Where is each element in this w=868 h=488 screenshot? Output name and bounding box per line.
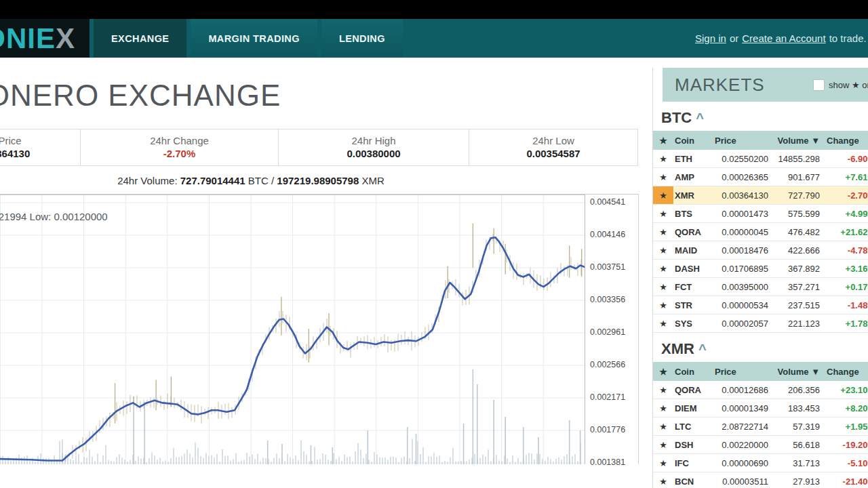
favorite-star-icon[interactable]: ★ xyxy=(653,296,673,314)
market-row-bts[interactable]: ★BTS0.00001473575.599+4.99% xyxy=(653,205,868,223)
market-row-eth[interactable]: ★ETH0.0255020014855.298-6.90% xyxy=(653,150,868,168)
column-header-star[interactable]: ★ xyxy=(653,362,673,381)
favorite-star-icon[interactable]: ★ xyxy=(653,314,673,333)
coin-price: 0.00000690 xyxy=(714,454,770,472)
coin-change: +1.78% xyxy=(821,314,868,333)
market-row-qora[interactable]: ★QORA0.00012686206.356+23.10% xyxy=(653,381,868,399)
coin-change: -6.90% xyxy=(821,150,868,168)
favorite-star-icon[interactable]: ★ xyxy=(653,241,673,260)
create-account-link[interactable]: Create an Account xyxy=(742,33,825,44)
favorite-star-icon[interactable]: ★ xyxy=(653,168,673,186)
favorite-star-icon[interactable]: ★ xyxy=(653,260,673,278)
coin-change: +21.62% xyxy=(821,223,868,241)
star-filter-checkbox[interactable] xyxy=(813,79,825,91)
coin-volume: 14855.298 xyxy=(770,150,821,168)
column-header-change[interactable]: Change xyxy=(821,131,868,150)
market-row-dash[interactable]: ★DASH0.01706895367.892+3.16% xyxy=(653,260,868,278)
y-axis-label: 0.003356 xyxy=(590,295,625,304)
stats-bar: Last Price 0.00364130 24hr Change -2.70%… xyxy=(0,129,638,166)
column-header-star[interactable]: ★ xyxy=(653,131,673,150)
top-black-bar xyxy=(0,0,868,19)
page: POLONIEX EXCHANGE MARGIN TRADING LENDING… xyxy=(0,0,868,464)
market-section-header-xmr[interactable]: XMR^ xyxy=(653,333,868,362)
favorite-star-icon[interactable]: ★ xyxy=(653,381,673,399)
stat-label: 24hr Low xyxy=(532,135,574,146)
coin-volume: 221.123 xyxy=(770,314,821,333)
stat-value: -2.70% xyxy=(163,148,196,159)
coin-symbol: STR xyxy=(673,296,714,314)
column-header-volume[interactable]: Volume ▼ xyxy=(770,362,821,381)
market-row-maid[interactable]: ★MAID0.00018476422.666-4.78% xyxy=(653,241,868,260)
favorite-star-icon[interactable]: ★ xyxy=(653,223,673,241)
favorite-star-icon[interactable]: ★ xyxy=(653,205,673,223)
coin-change: +0.17% xyxy=(821,278,868,296)
stat-24hr-change: 24hr Change -2.70% xyxy=(80,129,278,165)
stat-label: 24hr Change xyxy=(150,135,209,146)
volume-xmr-value: 197219.98905798 xyxy=(277,175,359,186)
column-header-price[interactable]: Price xyxy=(714,362,770,381)
coin-price: 0.00012686 xyxy=(714,381,770,399)
stat-value: 0.00354587 xyxy=(526,148,580,159)
coin-price: 0.00002057 xyxy=(714,314,770,333)
tab-margin-trading[interactable]: MARGIN TRADING xyxy=(191,19,317,58)
coin-symbol: MAID xyxy=(673,241,714,260)
favorite-star-icon[interactable]: ★ xyxy=(653,418,673,436)
coin-volume: 367.892 xyxy=(770,260,821,278)
tab-exchange[interactable]: EXCHANGE xyxy=(94,19,186,58)
coin-symbol: SYS xyxy=(673,314,714,333)
column-header-volume[interactable]: Volume ▼ xyxy=(770,131,821,150)
section-name: XMR xyxy=(661,340,694,357)
price-chart[interactable] xyxy=(0,195,585,464)
market-sections: BTC^★CoinPriceVolume ▼Change★ETH0.025502… xyxy=(653,102,868,488)
favorite-star-icon[interactable]: ★ xyxy=(653,436,673,454)
collapse-caret-icon: ^ xyxy=(696,110,704,125)
coin-volume: 476.482 xyxy=(770,223,821,241)
tab-lending[interactable]: LENDING xyxy=(321,19,403,58)
market-row-ltc[interactable]: ★LTC2.0872271457.319+1.95% xyxy=(653,418,868,436)
poloniex-logo[interactable]: POLONIEX xyxy=(0,22,75,55)
market-row-diem[interactable]: ★DIEM0.00001349183.453+8.20% xyxy=(653,399,868,418)
favorite-star-icon[interactable]: ★ xyxy=(653,399,673,418)
volume-btc-unit: BTC / xyxy=(248,175,274,186)
market-row-sys[interactable]: ★SYS0.00002057221.123+1.78% xyxy=(653,314,868,333)
auth-or-text: or xyxy=(730,33,738,44)
stat-24hr-high: 24hr High 0.00380000 xyxy=(278,129,469,165)
auth-links: Sign in or Create an Account to trade. xyxy=(695,19,868,58)
market-row-ifc[interactable]: ★IFC0.0000069031.713-5.10% xyxy=(653,454,868,472)
stat-last-price: Last Price 0.00364130 xyxy=(0,129,80,165)
market-row-fct[interactable]: ★FCT0.00395000357.271+0.17% xyxy=(653,278,868,296)
favorite-star-icon[interactable]: ★ xyxy=(653,186,673,205)
column-header-price[interactable]: Price xyxy=(714,131,770,150)
favorite-star-icon[interactable]: ★ xyxy=(653,278,673,296)
market-row-xmr[interactable]: ★XMR0.00364130727.790-2.70% xyxy=(653,186,868,205)
main-navbar: POLONIEX EXCHANGE MARGIN TRADING LENDING… xyxy=(0,19,868,58)
market-row-str[interactable]: ★STR0.00000534237.515-1.48% xyxy=(653,296,868,314)
coin-volume: 357.271 xyxy=(770,278,821,296)
favorite-star-icon[interactable]: ★ xyxy=(653,150,673,168)
market-row-amp[interactable]: ★AMP0.00026365901.677+7.61% xyxy=(653,168,868,186)
coin-symbol: XMR xyxy=(673,186,714,205)
column-header-coin[interactable]: Coin xyxy=(673,362,714,381)
market-row-qora[interactable]: ★QORA0.00000045476.482+21.62% xyxy=(653,223,868,241)
market-row-dsh[interactable]: ★DSH0.0022000056.618-19.20% xyxy=(653,436,868,454)
y-axis-label: 0.001776 xyxy=(590,425,625,434)
y-axis-label: 0.002961 xyxy=(590,327,625,337)
coin-price: 0.00001473 xyxy=(714,205,770,223)
favorite-star-icon[interactable]: ★ xyxy=(653,472,673,488)
coin-symbol: BTS xyxy=(673,205,714,223)
show-starred-only-filter[interactable]: show ★ only xyxy=(813,79,868,91)
coin-price: 0.01706895 xyxy=(714,260,770,278)
coin-price: 0.00026365 xyxy=(714,168,770,186)
column-header-coin[interactable]: Coin xyxy=(673,131,714,150)
coin-price: 0.00001349 xyxy=(714,399,770,418)
coin-volume: 31.713 xyxy=(770,454,821,472)
market-section-header-btc[interactable]: BTC^ xyxy=(653,102,868,131)
coin-volume: 206.356 xyxy=(770,381,821,399)
coin-volume: 57.319 xyxy=(770,418,821,436)
coin-price: 0.00395000 xyxy=(714,278,770,296)
market-row-bcn[interactable]: ★BCN0.0000351127.913-21.40% xyxy=(653,472,868,488)
column-header-change[interactable]: Change xyxy=(821,362,868,381)
volume-btc-value: 727.79014441 xyxy=(180,175,245,186)
favorite-star-icon[interactable]: ★ xyxy=(653,454,673,472)
sign-in-link[interactable]: Sign in xyxy=(695,33,726,44)
